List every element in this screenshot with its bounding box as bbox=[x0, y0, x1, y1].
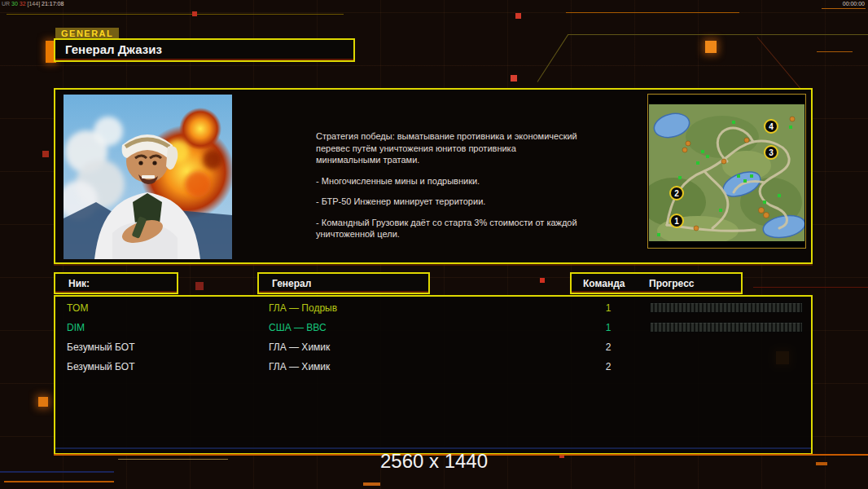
player-nick: TOM bbox=[67, 298, 88, 318]
decor-line bbox=[753, 287, 868, 288]
decor-square bbox=[515, 13, 521, 19]
debug-segment: 21:17:08 bbox=[42, 1, 64, 7]
decor-line bbox=[4, 481, 114, 482]
decor-line bbox=[118, 459, 228, 460]
player-nick: Безумный БОТ bbox=[67, 337, 134, 357]
column-header-nick: Ник: bbox=[54, 272, 178, 294]
decor-square bbox=[195, 282, 204, 290]
strategy-paragraph: Стратегия победы: выматывание противника… bbox=[316, 130, 580, 166]
player-team: 2 bbox=[576, 357, 641, 377]
minimap: 1 2 3 4 bbox=[647, 94, 806, 249]
player-progress-bar bbox=[650, 322, 803, 333]
progress-header-label: Прогресс bbox=[649, 278, 694, 289]
column-header-team-progress: Команда Прогресс bbox=[570, 272, 743, 294]
minimap-start-position-2: 2 bbox=[669, 186, 684, 200]
debug-segment: [144] bbox=[28, 1, 42, 7]
general-header-label: Генерал bbox=[272, 278, 311, 289]
table-row: TOM ГЛА — Подрыв 1 bbox=[55, 298, 811, 318]
decor-line bbox=[822, 8, 866, 9]
decor-square bbox=[816, 462, 827, 465]
decor-square bbox=[363, 482, 380, 486]
player-progress-bar bbox=[650, 302, 803, 313]
decor-line bbox=[566, 12, 739, 13]
column-header-general: Генерал bbox=[257, 272, 430, 294]
table-row: DIM США — ВВС 1 bbox=[55, 318, 811, 337]
player-nick: Безумный БОТ bbox=[67, 357, 134, 377]
debug-segment: 32 bbox=[20, 1, 28, 7]
general-portrait-image bbox=[64, 95, 232, 259]
loading-screen: UR 30 32 [144] 21:17:08 00:00:00 GENERAL… bbox=[0, 0, 868, 489]
decor-line bbox=[537, 34, 568, 82]
player-general: ГЛА — Химик bbox=[269, 337, 330, 357]
table-row: Безумный БОТ ГЛА — Химик 2 bbox=[55, 357, 811, 377]
game-timer: 00:00:00 bbox=[843, 1, 865, 7]
player-team: 2 bbox=[576, 337, 641, 357]
minimap-start-position-4: 4 bbox=[764, 119, 778, 134]
decor-square bbox=[540, 278, 545, 283]
table-row: Безумный БОТ ГЛА — Химик 2 bbox=[55, 337, 811, 357]
player-rows: TOM ГЛА — Подрыв 1 DIM США — ВВС 1 Безум… bbox=[55, 298, 811, 377]
player-team: 1 bbox=[576, 298, 641, 318]
player-table-panel: TOM ГЛА — Подрыв 1 DIM США — ВВС 1 Безум… bbox=[54, 295, 813, 455]
strategy-description: Стратегия победы: выматывание противника… bbox=[316, 130, 580, 249]
decor-line bbox=[55, 447, 811, 449]
strategy-paragraph: - Командный Грузовик даёт со старта 3% с… bbox=[316, 217, 580, 240]
player-general: ГЛА — Химик bbox=[269, 357, 330, 377]
decor-line bbox=[757, 37, 805, 94]
decor-square bbox=[511, 75, 517, 82]
player-team: 1 bbox=[576, 318, 641, 337]
player-general: США — ВВС bbox=[269, 318, 327, 337]
nick-header-label: Ник: bbox=[68, 278, 90, 289]
strategy-paragraph: - БТР-50 Инженер минирует территории. bbox=[316, 196, 580, 208]
minimap-start-position-3: 3 bbox=[764, 145, 778, 160]
decor-line bbox=[7, 14, 344, 15]
debug-segment: UR bbox=[2, 1, 11, 7]
fps-debug-readout: UR 30 32 [144] 21:17:08 bbox=[2, 1, 64, 7]
general-info-panel: Стратегия победы: выматывание противника… bbox=[54, 88, 813, 264]
debug-segment: 30 bbox=[11, 1, 20, 7]
player-nick: DIM bbox=[67, 318, 85, 337]
decor-line bbox=[568, 34, 868, 35]
team-header-label: Команда bbox=[583, 278, 625, 289]
resolution-label: 2560 x 1440 bbox=[326, 450, 542, 473]
player-general: ГЛА — Подрыв bbox=[269, 298, 337, 318]
general-title-box: Генерал Джазиз bbox=[54, 38, 355, 62]
decor-square bbox=[42, 151, 49, 157]
decor-square bbox=[38, 397, 48, 407]
decor-line bbox=[0, 471, 114, 473]
page-title: Генерал Джазиз bbox=[65, 42, 353, 56]
strategy-paragraph: - Многочисленные мины и подрывники. bbox=[316, 175, 580, 187]
decor-line bbox=[817, 51, 853, 52]
decor-square bbox=[705, 41, 717, 53]
minimap-start-position-1: 1 bbox=[669, 214, 684, 228]
decor-square bbox=[192, 11, 197, 16]
